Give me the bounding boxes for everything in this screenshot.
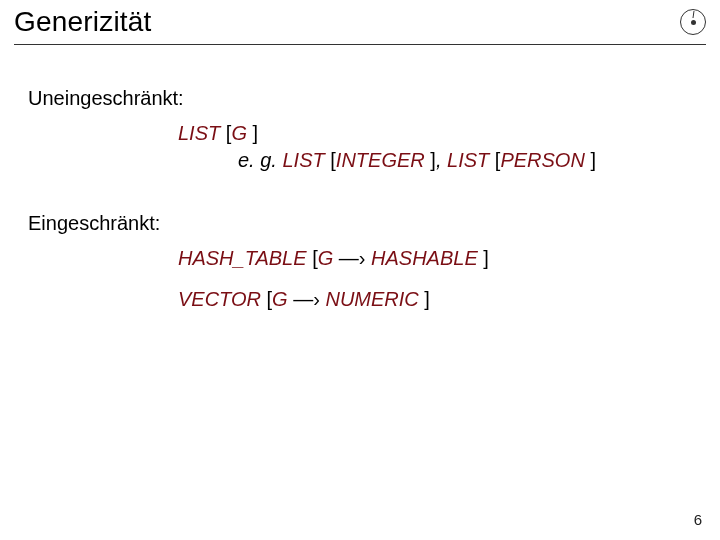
constrained-line-1: HASH_TABLE [G —› HASHABLE ]	[178, 245, 692, 272]
bracket-close: ]	[419, 288, 430, 310]
arrow: —›	[333, 247, 371, 269]
type-name: PERSON	[500, 149, 584, 171]
type-name: INTEGER	[336, 149, 425, 171]
bracket-close: ]	[478, 247, 489, 269]
bracket-open: [	[307, 247, 318, 269]
unconstrained-line-1: LIST [G ]	[178, 120, 692, 147]
type-param: G	[318, 247, 334, 269]
slide-content: Uneingeschränkt: LIST [G ] e. g. LIST [I…	[0, 45, 720, 313]
bracket-close: ]	[585, 149, 596, 171]
bracket-open: [	[220, 122, 231, 144]
page-number: 6	[694, 511, 702, 528]
section-unconstrained-label: Uneingeschränkt:	[28, 85, 692, 112]
type-bound: NUMERIC	[325, 288, 418, 310]
type-param: G	[272, 288, 288, 310]
bracket-open: [	[325, 149, 336, 171]
bracket-open: [	[489, 149, 500, 171]
eg-text: e. g.	[238, 149, 282, 171]
class-name: HASH_TABLE	[178, 247, 307, 269]
bracket-close: ]	[425, 149, 436, 171]
class-name: LIST	[447, 149, 489, 171]
slide-title: Generizität	[14, 6, 152, 38]
type-param: G	[231, 122, 247, 144]
clock-circle-icon	[680, 9, 706, 35]
slide: Generizität Uneingeschränkt: LIST [G ] e…	[0, 0, 720, 540]
type-bound: HASHABLE	[371, 247, 478, 269]
section-constrained-label: Eingeschränkt:	[28, 210, 692, 237]
title-row: Generizität	[0, 0, 720, 38]
class-name: VECTOR	[178, 288, 261, 310]
arrow: —›	[288, 288, 326, 310]
unconstrained-line-2: e. g. LIST [INTEGER ], LIST [PERSON ]	[238, 147, 692, 174]
class-name: LIST	[282, 149, 324, 171]
class-name: LIST	[178, 122, 220, 144]
comma: ,	[436, 149, 447, 171]
bracket-open: [	[261, 288, 272, 310]
bracket-close: ]	[247, 122, 258, 144]
constrained-line-2: VECTOR [G —› NUMERIC ]	[178, 286, 692, 313]
